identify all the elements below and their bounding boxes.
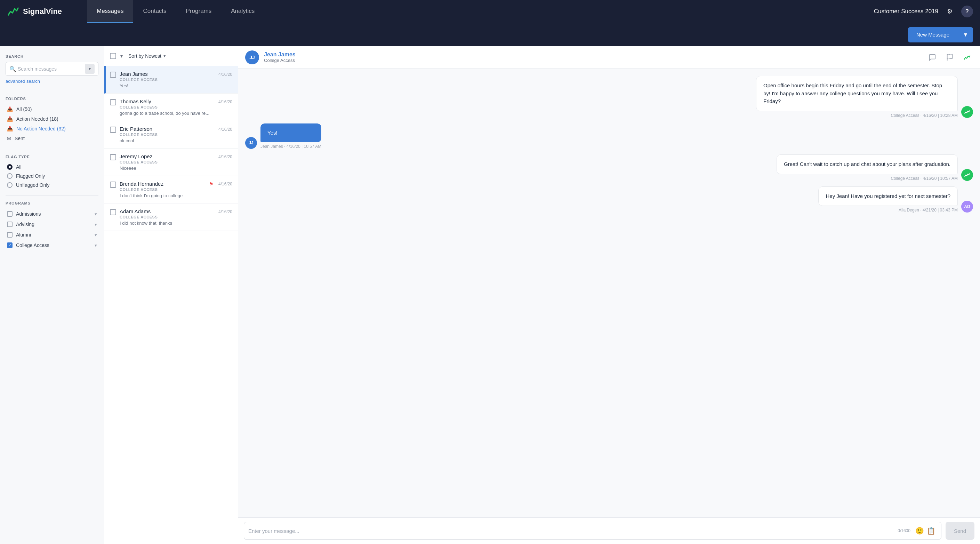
chevron-college-access-icon: ▾: [95, 243, 97, 248]
message-item-eric-patterson[interactable]: Eric Patterson 4/16/20 COLLEGE ACCESS ok…: [104, 121, 238, 148]
msg-checkbox-5[interactable]: [110, 181, 116, 188]
msg-preview-6: I did not know that, thanks: [119, 221, 232, 226]
bubble-text-1: Open office hours begin this Friday and …: [756, 76, 958, 111]
inbox-icon: 📥: [7, 107, 13, 112]
nav-tab-analytics[interactable]: Analytics: [221, 0, 264, 23]
nav-tabs: Messages Contacts Programs Analytics: [87, 0, 264, 23]
message-item-brenda-hernandez[interactable]: Brenda Hernandez ⚑ 4/16/20 COLLEGE ACCES…: [104, 176, 238, 204]
message-item-jean-james[interactable]: Jean James 4/16/20 COLLEGE ACCESS Yes!: [104, 66, 238, 94]
contact-avatar: JJ: [245, 51, 259, 64]
folder-no-action-needed[interactable]: 📥 No Action Needed (32): [6, 124, 99, 134]
chat-message-input[interactable]: [248, 528, 897, 534]
bubble-content-2: Yes! Jean James · 4/16/20 | 10:57 AM: [261, 124, 321, 149]
chat-contact-name[interactable]: Jean James: [264, 51, 921, 58]
program-college-access[interactable]: College Access ▾: [6, 240, 99, 250]
flag-option-unflagged[interactable]: Unflagged Only: [6, 181, 99, 189]
bubble-meta-1: College Access · 4/16/20 | 10:28 AM: [756, 113, 958, 118]
chevron-admissions-icon: ▾: [95, 212, 97, 217]
flag-section-title: FLAG TYPE: [6, 155, 99, 159]
msg-checkbox-4[interactable]: [110, 154, 116, 161]
top-nav: SignalVine Messages Contacts Programs An…: [0, 0, 980, 23]
nav-tab-contacts[interactable]: Contacts: [133, 0, 176, 23]
bubble-content-4: Hey Jean! Have you registered yet for ne…: [818, 186, 958, 213]
folder-sent[interactable]: ✉ Sent: [6, 134, 99, 143]
program-admissions-label: Admissions: [16, 211, 41, 217]
bubble-meta-3: College Access · 4/16/20 | 10:57 AM: [776, 176, 958, 181]
workspace-name: Customer Success 2019: [874, 8, 938, 15]
folder-action-needed[interactable]: 📥 Action Needed (18): [6, 114, 99, 124]
message-item-jeremy-lopez[interactable]: Jeremy Lopez 4/16/20 COLLEGE ACCESS Nice…: [104, 148, 238, 176]
chat-input-wrapper: 0/1600 🙂 📋: [244, 522, 942, 540]
search-dropdown-button[interactable]: ▾: [85, 64, 95, 74]
flag-icon-5: ⚑: [209, 181, 213, 187]
msg-top-4: Jeremy Lopez 4/16/20: [119, 153, 232, 159]
bubble-avatar-sv-1: [961, 106, 973, 118]
msg-name-3: Eric Patterson: [119, 126, 152, 132]
message-item-thomas-kelly[interactable]: Thomas Kelly 4/16/20 COLLEGE ACCESS gonn…: [104, 94, 238, 121]
chat-header-info: Jean James College Access: [264, 51, 921, 63]
main-layout: SEARCH 🔍 ▾ advanced search FOLDERS 📥 All…: [0, 46, 980, 544]
nav-tab-programs[interactable]: Programs: [176, 0, 221, 23]
checkbox-advising: [7, 221, 13, 227]
bubble-text-2: Yes!: [261, 124, 321, 143]
flag-option-flagged[interactable]: Flagged Only: [6, 172, 99, 181]
bubble-meta-2: Jean James · 4/16/20 | 10:57 AM: [261, 144, 321, 149]
chat-flag-icon[interactable]: [944, 51, 956, 63]
msg-date-3: 4/16/20: [218, 127, 232, 132]
checkbox-college-access: [7, 242, 13, 248]
chat-bubble-inbound-other: Hey Jean! Have you registered yet for ne…: [245, 186, 973, 213]
new-message-button[interactable]: New Message: [908, 27, 958, 43]
msg-content-6: Adam Adams 4/16/20 COLLEGE ACCESS I did …: [119, 208, 232, 226]
chat-bubble-outbound-2: Great! Can't wait to catch up and chat a…: [245, 154, 973, 181]
nav-tab-messages[interactable]: Messages: [87, 0, 133, 23]
chevron-advising-icon: ▾: [95, 222, 97, 227]
inbox-icon-2: 📥: [7, 116, 13, 122]
select-all-checkbox[interactable]: [110, 53, 116, 59]
advanced-search-link[interactable]: advanced search: [6, 79, 99, 84]
program-alumni-label: Alumni: [16, 232, 31, 237]
msg-date-5: 4/16/20: [218, 181, 232, 186]
msg-program-6: COLLEGE ACCESS: [119, 215, 232, 219]
msg-checkbox-1[interactable]: [110, 72, 116, 78]
search-input[interactable]: [18, 66, 85, 72]
msg-checkbox-3[interactable]: [110, 127, 116, 133]
msg-date-4: 4/16/20: [218, 154, 232, 159]
attach-button[interactable]: 📋: [925, 525, 937, 536]
chat-signalvine-icon[interactable]: [961, 51, 973, 63]
settings-icon-button[interactable]: ⚙: [944, 6, 956, 17]
bubble-avatar-ad: AD: [961, 201, 973, 213]
chat-header-actions: [926, 51, 973, 63]
msg-checkbox-2[interactable]: [110, 99, 116, 105]
help-icon-button[interactable]: ?: [961, 6, 973, 17]
msg-checkbox-6[interactable]: [110, 209, 116, 215]
logo-area: SignalVine: [7, 5, 83, 18]
left-sidebar: SEARCH 🔍 ▾ advanced search FOLDERS 📥 All…: [0, 46, 104, 544]
program-admissions[interactable]: Admissions ▾: [6, 209, 99, 219]
folders-section-title: FOLDERS: [6, 97, 99, 101]
sort-label: Sort by Newest: [128, 53, 161, 59]
flag-unflagged-label: Unflagged Only: [16, 182, 50, 188]
msg-content-1: Jean James 4/16/20 COLLEGE ACCESS Yes!: [119, 71, 232, 88]
program-advising[interactable]: Advising ▾: [6, 219, 99, 229]
sub-header: New Message ▼: [0, 23, 980, 46]
radio-flagged: [7, 173, 13, 179]
sidebar-divider-1: [6, 91, 99, 91]
folder-action-needed-label: Action Needed (18): [16, 116, 59, 122]
send-button[interactable]: Send: [946, 522, 974, 540]
message-item-adam-adams[interactable]: Adam Adams 4/16/20 COLLEGE ACCESS I did …: [104, 204, 238, 231]
emoji-button[interactable]: 🙂: [914, 525, 925, 536]
new-message-dropdown-button[interactable]: ▼: [958, 27, 973, 43]
msg-preview-4: Niceeee: [119, 165, 232, 171]
bubble-avatar-sv-2: [961, 169, 973, 181]
chat-contact-program: College Access: [264, 58, 921, 63]
msg-program-1: COLLEGE ACCESS: [119, 78, 232, 82]
search-icon: 🔍: [10, 66, 16, 72]
msg-top-3: Eric Patterson 4/16/20: [119, 126, 232, 132]
programs-section-title: PROGRAMS: [6, 201, 99, 205]
sort-dropdown-button[interactable]: Sort by Newest ▾: [128, 53, 166, 59]
flag-option-all[interactable]: All: [6, 162, 99, 172]
chat-comment-icon[interactable]: [926, 51, 938, 63]
logo-text: SignalVine: [23, 7, 62, 16]
program-alumni[interactable]: Alumni ▾: [6, 229, 99, 240]
folder-all[interactable]: 📥 All (50): [6, 104, 99, 114]
